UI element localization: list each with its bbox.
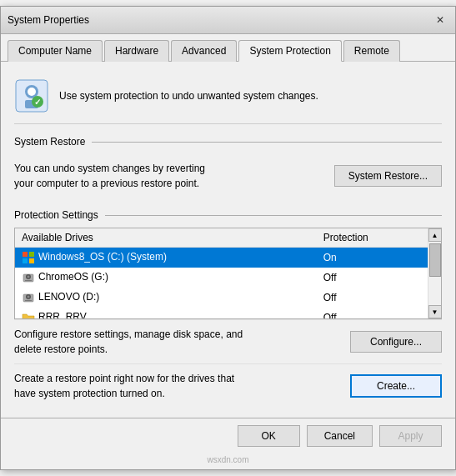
- svg-rect-7: [29, 252, 34, 257]
- drives-table-row[interactable]: Windows8_OS (C:) (System)On: [15, 248, 428, 268]
- drive-icon: [22, 311, 35, 318]
- configure-row: Configure restore settings, manage disk …: [14, 319, 442, 363]
- system-restore-label: System Restore: [14, 136, 85, 148]
- title-bar: System Properties ✕: [1, 7, 455, 34]
- create-button[interactable]: Create...: [350, 374, 442, 398]
- drives-table-container: Available Drives Protection Windows8_OS …: [14, 228, 442, 319]
- svg-point-17: [28, 296, 30, 298]
- create-row: Create a restore point right now for the…: [14, 363, 442, 408]
- tab-computer-name[interactable]: Computer Name: [8, 40, 103, 62]
- system-restore-text: You can undo system changes by reverting…: [14, 161, 324, 191]
- scrollbar-thumb[interactable]: [429, 243, 441, 277]
- ok-button[interactable]: OK: [238, 425, 300, 447]
- header-section: ✓ Use system protection to undo unwanted…: [14, 72, 442, 124]
- tab-remote[interactable]: Remote: [343, 40, 400, 62]
- header-text: Use system protection to undo unwanted s…: [59, 90, 318, 102]
- svg-rect-11: [25, 280, 32, 281]
- configure-button[interactable]: Configure...: [350, 331, 442, 353]
- protection-cell: Off: [317, 268, 428, 288]
- drive-icon: [22, 291, 35, 304]
- svg-point-13: [28, 276, 30, 278]
- svg-rect-9: [29, 258, 34, 263]
- window-title: System Properties: [8, 14, 89, 26]
- bottom-bar: OK Cancel Apply: [1, 418, 455, 453]
- apply-button[interactable]: Apply: [379, 425, 442, 447]
- svg-rect-8: [23, 258, 28, 263]
- col-drives: Available Drives: [15, 228, 317, 248]
- system-properties-window: System Properties ✕ Computer Name Hardwa…: [0, 6, 456, 470]
- protection-cell: Off: [317, 308, 428, 318]
- drive-cell: ChromeOS (G:): [15, 268, 317, 288]
- svg-rect-6: [23, 252, 28, 257]
- cancel-button[interactable]: Cancel: [307, 425, 373, 447]
- protection-settings-label: Protection Settings: [14, 209, 98, 221]
- tab-system-protection[interactable]: System Protection: [238, 40, 341, 62]
- shield-icon: ✓: [14, 78, 49, 113]
- configure-text: Configure restore settings, manage disk …: [14, 327, 340, 357]
- drive-icon: [22, 251, 35, 264]
- system-restore-header: System Restore: [14, 136, 442, 148]
- drives-table: Available Drives Protection Windows8_OS …: [15, 228, 428, 318]
- scroll-down-button[interactable]: ▼: [428, 305, 442, 318]
- col-protection: Protection: [317, 228, 428, 248]
- protection-settings-header: Protection Settings: [14, 209, 442, 221]
- svg-point-2: [28, 88, 36, 96]
- drives-table-row[interactable]: ChromeOS (G:)Off: [15, 268, 428, 288]
- drive-cell: RRR_RRV: [15, 308, 317, 318]
- system-restore-section: System Restore You can undo system chang…: [14, 136, 442, 198]
- protection-cell: On: [317, 248, 428, 268]
- drives-table-header: Available Drives Protection: [15, 228, 428, 248]
- drive-cell: LENOVO (D:): [15, 288, 317, 308]
- tab-hardware[interactable]: Hardware: [104, 40, 169, 62]
- section-divider-2: [105, 215, 442, 216]
- scrollbar-track[interactable]: ▲ ▼: [428, 228, 441, 318]
- svg-text:✓: ✓: [34, 98, 41, 107]
- watermark: wsxdn.com: [1, 453, 455, 469]
- section-divider: [92, 142, 442, 143]
- drives-table-scroll[interactable]: Available Drives Protection Windows8_OS …: [15, 228, 428, 318]
- drive-icon: [22, 271, 35, 284]
- system-restore-button[interactable]: System Restore...: [334, 165, 442, 187]
- protection-cell: Off: [317, 288, 428, 308]
- table-wrapper: Available Drives Protection Windows8_OS …: [15, 228, 441, 318]
- scroll-up-button[interactable]: ▲: [428, 228, 442, 242]
- drives-table-row[interactable]: LENOVO (D:)Off: [15, 288, 428, 308]
- close-button[interactable]: ✕: [432, 12, 448, 28]
- drives-table-row[interactable]: RRR_RRVOff: [15, 308, 428, 318]
- create-text: Create a restore point right now for the…: [14, 371, 340, 401]
- drive-cell: Windows8_OS (C:) (System): [15, 248, 317, 268]
- system-restore-body: You can undo system changes by reverting…: [14, 154, 442, 198]
- tabs-bar: Computer Name Hardware Advanced System P…: [1, 34, 455, 62]
- protection-settings-section: Protection Settings Available Drives Pro…: [14, 209, 442, 408]
- tab-advanced[interactable]: Advanced: [171, 40, 237, 62]
- tab-content: ✓ Use system protection to undo unwanted…: [1, 62, 455, 418]
- svg-rect-15: [25, 300, 32, 301]
